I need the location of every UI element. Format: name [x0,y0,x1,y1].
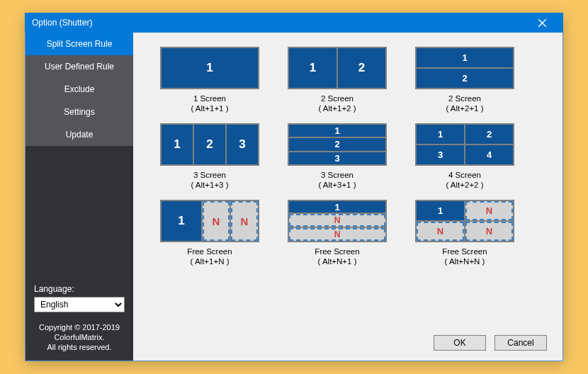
nav-label: Update [66,130,94,140]
rule-2-screen-v[interactable]: 1 2 2 Screen ( Alt+2+1 ) [409,47,520,113]
tile-1: 1 [162,201,201,241]
tile-3: 3 [289,152,385,164]
row: N N [417,222,513,241]
rule-label: Free Screen ( Alt+1+N ) [187,246,232,266]
tile-2: 2 [289,138,385,150]
rule-title: 1 Screen [191,94,228,103]
rule-label: Free Screen ( Alt+N+N ) [442,246,487,266]
copyright: Copyright © 2017-2019 ColorfulMatrix. Al… [34,322,125,352]
rule-shortcut: ( Alt+2+2 ) [446,180,483,190]
copyright-line: All rights reserved. [34,342,125,352]
rule-label: 1 Screen ( Alt+1+1 ) [191,94,228,113]
close-icon [538,19,546,27]
layout-preview: 1 N N [288,200,387,242]
rule-free-n1[interactable]: 1 N N Free Screen ( Alt+N+1 ) [282,200,392,266]
rule-4-screen[interactable]: 1 2 3 4 4 Screen ( Alt+2+2 ) [409,123,520,190]
rule-label: 2 Screen ( Alt+1+2 ) [318,94,356,113]
rule-title: Free Screen [442,246,487,256]
options-window: Option (Shutter) Split Screen Rule User … [25,13,563,361]
close-button[interactable] [528,13,556,33]
nav-label: Exclude [64,84,95,94]
language-label: Language: [34,284,125,294]
window-body: Split Screen Rule User Defined Rule Excl… [25,33,563,361]
layout-preview: 1 2 [288,47,387,89]
rule-title: Free Screen [315,246,359,256]
rule-title: 2 Screen [446,94,483,103]
tile-n: N [289,228,385,241]
rule-shortcut: ( Alt+N+N ) [442,256,487,266]
layout-preview: 1 N N [160,200,259,242]
layout-preview: 1 2 3 [288,123,387,166]
tile-4: 4 [465,145,513,164]
rule-title: Free Screen [187,246,232,256]
nav-user-defined-rule[interactable]: User Defined Rule [26,55,133,78]
ok-button[interactable]: OK [434,335,486,351]
tile-n: N [203,201,230,241]
tile-2: 2 [465,125,513,144]
rule-title: 4 Screen [446,170,483,180]
rule-1-screen[interactable]: 1 1 Screen ( Alt+1+1 ) [154,47,265,113]
layout-preview: 1 2 [415,47,514,89]
tile-n: N [289,214,385,227]
layout-preview: 1 2 3 4 [415,123,514,166]
layout-preview: 1 N N N [415,200,514,242]
tile-1: 1 [417,201,464,220]
nav-label: Settings [64,107,94,117]
button-label: Cancel [507,338,533,348]
tile-2: 2 [338,48,385,88]
cancel-button[interactable]: Cancel [494,335,547,351]
rule-free-1n[interactable]: 1 N N Free Screen ( Alt+1+N ) [154,200,265,266]
window-title: Option (Shutter) [32,18,528,28]
nav-update[interactable]: Update [26,123,133,146]
titlebar: Option (Shutter) [25,13,563,33]
copyright-line: Copyright © 2017-2019 [34,322,125,332]
rule-label: Free Screen ( Alt+N+1 ) [315,246,359,266]
sidebar: Split Screen Rule User Defined Rule Excl… [26,33,133,361]
tile-2: 2 [417,69,513,88]
tile-1: 1 [417,125,464,144]
tile-1: 1 [289,48,337,88]
main-panel: 1 1 Screen ( Alt+1+1 ) 1 2 2 Screen ( Al… [133,33,562,361]
rule-title: 3 Screen [318,170,356,180]
layout-preview: 1 2 3 [160,123,259,166]
rule-title: 2 Screen [318,94,356,103]
rule-free-nn[interactable]: 1 N N N Free Screen ( Alt+N+N ) [409,200,520,266]
tile-1: 1 [162,48,258,88]
rule-shortcut: ( Alt+1+1 ) [191,103,228,113]
rule-shortcut: ( Alt+1+2 ) [318,103,356,113]
tile-n: N [417,222,464,241]
rule-grid: 1 1 Screen ( Alt+1+1 ) 1 2 2 Screen ( Al… [154,47,548,266]
tile-3: 3 [417,145,464,164]
rule-3-screen-h[interactable]: 1 2 3 3 Screen ( Alt+1+3 ) [154,123,265,190]
rule-label: 2 Screen ( Alt+2+1 ) [446,94,483,113]
tile-1: 1 [289,125,385,137]
tile-3: 3 [227,125,258,164]
button-label: OK [453,338,465,348]
rule-shortcut: ( Alt+N+1 ) [315,256,359,266]
rule-shortcut: ( Alt+1+N ) [187,256,232,266]
tile-n: N [465,222,513,241]
rule-2-screen-h[interactable]: 1 2 2 Screen ( Alt+1+2 ) [282,47,392,113]
sidebar-spacer [26,146,133,277]
nav-split-screen-rule[interactable]: Split Screen Rule [26,33,133,55]
tile-1: 1 [417,48,513,67]
copyright-line: ColorfulMatrix. [34,332,125,342]
rule-title: 3 Screen [191,170,228,180]
nav-settings[interactable]: Settings [26,101,133,123]
row: 1 N [417,201,513,220]
rule-label: 3 Screen ( Alt+3+1 ) [318,170,356,190]
rule-label: 3 Screen ( Alt+1+3 ) [191,170,228,190]
tile-n: N [231,201,258,241]
nav-label: Split Screen Rule [47,39,113,49]
rule-shortcut: ( Alt+1+3 ) [191,180,228,190]
layout-preview: 1 [160,47,259,89]
dialog-buttons: OK Cancel [434,335,547,351]
nav-label: User Defined Rule [45,62,114,72]
sidebar-bottom: Language: English Copyright © 2017-2019 … [26,277,133,361]
rule-shortcut: ( Alt+2+1 ) [446,103,483,113]
language-select[interactable]: English [34,297,125,312]
rule-label: 4 Screen ( Alt+2+2 ) [446,170,483,190]
rule-3-screen-v[interactable]: 1 2 3 3 Screen ( Alt+3+1 ) [282,123,392,190]
rule-shortcut: ( Alt+3+1 ) [318,180,356,190]
nav-exclude[interactable]: Exclude [26,78,133,101]
